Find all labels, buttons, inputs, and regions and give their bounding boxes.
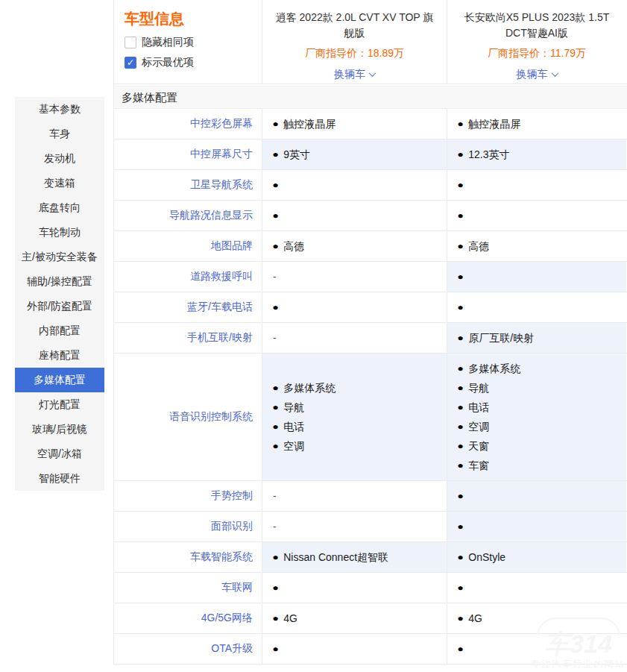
spec-label-link[interactable]: 车载智能系统 xyxy=(190,550,253,564)
sidebar-item-变速箱[interactable]: 变速箱 xyxy=(15,171,104,195)
sidebar-item-灯光配置[interactable]: 灯光配置 xyxy=(15,392,104,417)
spec-label-link[interactable]: 面部识别 xyxy=(211,520,253,533)
feature-line: ●导航 xyxy=(273,398,442,417)
spec-value-cell: ● xyxy=(447,262,626,292)
spec-value-cell: ●高德 xyxy=(262,231,447,261)
spec-label-link[interactable]: 手势控制 xyxy=(211,489,253,503)
table-row: 道路救援呼叫-● xyxy=(114,262,627,292)
feature-line: ● xyxy=(458,578,622,597)
not-available-dash: - xyxy=(273,517,442,536)
feature-line: ●原厂互联/映射 xyxy=(458,328,622,348)
comparison-panel: 车型信息 隐藏相同项 ✓ 标示最优项 逍客 2022款 2.0L CVT XV … xyxy=(113,0,627,665)
car-name: 长安欧尚X5 PLUS 2023款 1.5T DCT智趣AI版 xyxy=(459,10,614,41)
feature-text: 空调 xyxy=(283,436,304,456)
feature-text: 天窗 xyxy=(468,436,489,456)
spec-label-cell: 地图品牌 xyxy=(114,231,262,261)
feature-text: 导航 xyxy=(283,398,304,417)
feature-dot-icon: ● xyxy=(457,398,464,417)
page-title: 车型信息 xyxy=(125,9,262,29)
spec-label-link[interactable]: 蓝牙/车载电话 xyxy=(187,301,253,314)
feature-text: 多媒体系统 xyxy=(283,378,335,398)
spec-label-cell: 卫星导航系统 xyxy=(114,170,262,200)
spec-label-link[interactable]: 中控彩色屏幕 xyxy=(190,117,253,131)
feature-dot-icon: ● xyxy=(457,114,464,134)
spec-value-cell: ●高德 xyxy=(447,231,626,261)
change-car-button[interactable]: 换辆车 xyxy=(517,68,558,81)
sidebar-item-底盘转向[interactable]: 底盘转向 xyxy=(15,195,104,220)
spec-label-link[interactable]: 手机互联/映射 xyxy=(187,331,253,345)
sidebar-item-内部配置[interactable]: 内部配置 xyxy=(15,318,104,343)
feature-line: ● xyxy=(458,175,622,195)
spec-value-cell: ● xyxy=(262,170,447,200)
feature-dot-icon: ● xyxy=(272,639,279,659)
sidebar-item-玻璃/后视镜[interactable]: 玻璃/后视镜 xyxy=(15,417,104,442)
feature-text: OnStyle xyxy=(468,547,505,567)
sidebar-item-外部/防盗配置[interactable]: 外部/防盗配置 xyxy=(15,294,104,318)
hide-same-option[interactable]: 隐藏相同项 xyxy=(125,36,262,49)
sidebar-item-多媒体配置[interactable]: 多媒体配置 xyxy=(15,368,104,392)
feature-line: ● xyxy=(458,206,622,225)
spec-label-link[interactable]: 道路救援呼叫 xyxy=(190,270,253,283)
feature-text: 触控液晶屏 xyxy=(468,114,520,134)
sidebar-item-车轮制动[interactable]: 车轮制动 xyxy=(15,220,104,245)
sidebar-item-车身[interactable]: 车身 xyxy=(15,122,104,146)
feature-line: ●Nissan Connect超智联 xyxy=(273,547,442,567)
table-row: 手势控制-● xyxy=(114,481,627,512)
feature-line: ●空调 xyxy=(458,417,622,436)
feature-dot-icon: ● xyxy=(457,267,464,286)
feature-line: ● xyxy=(273,639,442,659)
spec-label-link[interactable]: OTA升级 xyxy=(211,642,253,656)
feature-dot-icon: ● xyxy=(457,298,464,317)
spec-value-cell: ●9英寸 xyxy=(262,139,447,169)
sidebar-item-座椅配置[interactable]: 座椅配置 xyxy=(15,343,104,368)
sidebar-item-发动机[interactable]: 发动机 xyxy=(15,146,104,171)
spec-label-link[interactable]: 卫星导航系统 xyxy=(190,178,253,192)
spec-value-cell: ● xyxy=(447,201,626,230)
spec-label-link[interactable]: 中控屏幕尺寸 xyxy=(190,148,253,161)
feature-dot-icon: ● xyxy=(457,206,464,225)
spec-value-cell: ● xyxy=(262,573,447,603)
spec-label-link[interactable]: 导航路况信息显示 xyxy=(169,209,253,222)
feature-text: 原厂互联/映射 xyxy=(468,328,534,348)
mark-best-option[interactable]: ✓ 标示最优项 xyxy=(125,56,262,69)
table-row: 车联网●● xyxy=(114,573,627,603)
spec-label-link[interactable]: 语音识别控制系统 xyxy=(169,410,253,424)
spec-value-cell: ● xyxy=(447,573,626,603)
spec-label-link[interactable]: 地图品牌 xyxy=(211,239,253,253)
spec-value-cell: - xyxy=(262,512,447,541)
feature-text: 12.3英寸 xyxy=(468,145,509,164)
table-row: 4G/5G网络●4G●4G xyxy=(114,603,627,634)
feature-dot-icon: ● xyxy=(272,175,279,195)
spec-value-cell: ●触控液晶屏 xyxy=(262,109,447,139)
feature-line: ●4G xyxy=(458,609,622,628)
table-row: 面部识别-● xyxy=(114,512,627,542)
sidebar-item-基本参数[interactable]: 基本参数 xyxy=(15,97,104,122)
not-available-dash: - xyxy=(273,328,442,348)
car-price: 厂商指导价：11.79万 xyxy=(459,47,614,60)
feature-dot-icon: ● xyxy=(457,145,464,164)
feature-line: ●触控液晶屏 xyxy=(458,114,622,134)
feature-line: ●天窗 xyxy=(458,436,622,456)
change-car-button[interactable]: 换辆车 xyxy=(334,68,375,81)
spec-label-cell: 蓝牙/车载电话 xyxy=(114,292,262,322)
spec-value-cell: ● xyxy=(447,170,626,200)
spec-value-cell: ● xyxy=(262,292,447,322)
sidebar-item-空调/冰箱[interactable]: 空调/冰箱 xyxy=(15,442,104,466)
feature-line: ●电话 xyxy=(458,398,622,417)
sidebar-item-主/被动安全装备[interactable]: 主/被动安全装备 xyxy=(15,245,104,269)
hide-same-checkbox[interactable] xyxy=(125,37,136,48)
spec-value-cell: ●触控液晶屏 xyxy=(447,109,626,139)
mark-best-checkbox[interactable]: ✓ xyxy=(125,57,136,69)
chevron-down-icon xyxy=(551,69,558,77)
sidebar-item-智能硬件[interactable]: 智能硬件 xyxy=(15,466,104,491)
feature-dot-icon: ● xyxy=(457,436,464,456)
spec-label-link[interactable]: 车联网 xyxy=(221,581,253,594)
spec-value-cell: ●OnStyle xyxy=(447,542,626,572)
feature-text: 多媒体系统 xyxy=(468,359,520,378)
car-name: 逍客 2022款 2.0L CVT XV TOP 旗舰版 xyxy=(274,10,435,41)
sidebar-item-辅助/操控配置[interactable]: 辅助/操控配置 xyxy=(15,269,104,294)
feature-dot-icon: ● xyxy=(457,359,464,378)
feature-line: ●空调 xyxy=(273,436,442,456)
spec-label-link[interactable]: 4G/5G网络 xyxy=(201,612,253,625)
feature-line: ●4G xyxy=(273,609,442,628)
